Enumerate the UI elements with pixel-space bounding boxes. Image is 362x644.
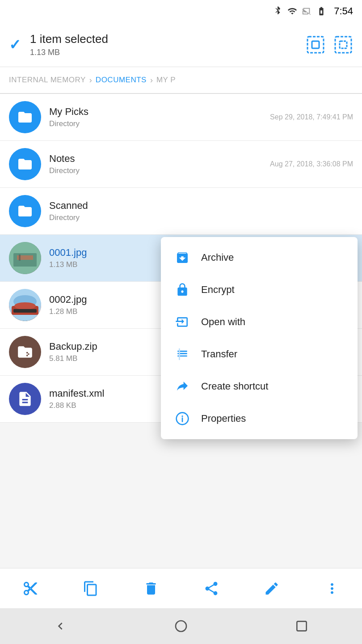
selection-title: 1 item selected	[30, 32, 297, 46]
bluetooth-icon	[273, 6, 283, 16]
status-time: 7:54	[334, 5, 353, 17]
info-icon	[174, 411, 190, 427]
home-button[interactable]	[174, 619, 188, 633]
sim-icon	[302, 6, 311, 16]
svg-point-11	[14, 302, 36, 309]
svg-rect-2	[335, 37, 351, 53]
delete-button[interactable]	[138, 575, 164, 602]
svg-rect-1	[312, 41, 319, 48]
svg-rect-7	[19, 254, 21, 261]
open-with-icon	[174, 314, 190, 330]
context-menu: Archive Encrypt Open with Transfer	[161, 237, 358, 439]
menu-item-transfer[interactable]: Transfer	[161, 338, 358, 370]
breadcrumb: INTERNAL MEMORY › DOCUMENTS › MY P	[0, 67, 362, 94]
shortcut-icon	[174, 378, 190, 394]
lock-icon	[174, 282, 190, 298]
svg-rect-3	[340, 41, 347, 48]
rename-button[interactable]	[258, 575, 285, 602]
menu-item-archive[interactable]: Archive	[161, 242, 358, 274]
menu-label-properties: Properties	[201, 413, 246, 424]
file-name-scanned: Scanned	[49, 200, 353, 212]
battery-icon	[315, 6, 328, 16]
top-bar-actions	[306, 35, 353, 55]
menu-item-open-with[interactable]: Open with	[161, 306, 358, 338]
back-button[interactable]	[53, 619, 67, 633]
menu-label-transfer: Transfer	[201, 348, 237, 360]
breadcrumb-sep-2: ›	[150, 76, 153, 85]
file-date-my-picks: Sep 29, 2018, 7:49:41 PM	[265, 113, 353, 121]
recents-button[interactable]	[295, 619, 309, 633]
file-info-my-picks: My Picks Directory	[41, 106, 265, 128]
menu-item-encrypt[interactable]: Encrypt	[161, 274, 358, 306]
copy-button[interactable]	[77, 575, 104, 602]
menu-label-create-shortcut: Create shortcut	[201, 381, 268, 392]
bottom-toolbar	[0, 568, 362, 608]
folder-icon-my-picks	[9, 101, 41, 133]
status-icons: 7:54	[273, 5, 353, 17]
menu-label-archive: Archive	[201, 252, 234, 263]
cut-button[interactable]	[17, 575, 44, 602]
thumbnail-0002	[9, 289, 41, 321]
file-info-notes: Notes Directory	[41, 153, 265, 175]
top-bar: ✓ 1 item selected 1.13 MB	[0, 22, 362, 67]
select-all-button[interactable]	[306, 35, 325, 55]
wifi-icon	[286, 6, 298, 16]
doc-icon-manifest	[9, 383, 41, 415]
breadcrumb-internal-memory[interactable]: INTERNAL MEMORY	[9, 76, 86, 85]
menu-item-properties[interactable]: Properties	[161, 402, 358, 435]
thumbnail-0001	[9, 242, 41, 274]
breadcrumb-documents[interactable]: DOCUMENTS	[96, 76, 147, 85]
file-name-my-picks: My Picks	[49, 106, 265, 118]
transfer-icon	[174, 346, 190, 362]
file-item-my-picks[interactable]: My Picks Directory Sep 29, 2018, 7:49:41…	[0, 94, 362, 141]
file-meta-notes: Directory	[49, 166, 265, 175]
file-item-notes[interactable]: Notes Directory Aug 27, 2018, 3:36:08 PM	[0, 141, 362, 188]
file-meta-scanned: Directory	[49, 213, 353, 222]
more-button[interactable]	[319, 575, 345, 602]
folder-icon-scanned	[9, 195, 41, 227]
selection-info: 1 item selected 1.13 MB	[30, 32, 297, 57]
folder-icon-notes	[9, 148, 41, 180]
selection-size: 1.13 MB	[30, 48, 297, 57]
file-meta-my-picks: Directory	[49, 119, 265, 128]
share-button[interactable]	[198, 575, 225, 602]
svg-rect-18	[297, 621, 306, 631]
archive-icon	[174, 250, 190, 266]
nav-bar	[0, 608, 362, 644]
file-name-notes: Notes	[49, 153, 265, 165]
status-bar: 7:54	[0, 0, 362, 22]
menu-item-create-shortcut[interactable]: Create shortcut	[161, 370, 358, 402]
file-info-scanned: Scanned Directory	[41, 200, 353, 222]
svg-rect-13	[179, 348, 180, 360]
breadcrumb-sep-1: ›	[89, 76, 92, 85]
menu-label-open-with: Open with	[201, 316, 245, 328]
file-item-scanned[interactable]: Scanned Directory	[0, 188, 362, 235]
svg-rect-12	[13, 309, 37, 313]
breadcrumb-myp[interactable]: MY P	[156, 76, 176, 85]
menu-label-encrypt: Encrypt	[201, 284, 235, 296]
svg-point-17	[176, 621, 186, 631]
zip-icon-backup	[9, 336, 41, 368]
file-date-notes: Aug 27, 2018, 3:36:08 PM	[265, 160, 353, 168]
check-icon: ✓	[9, 36, 21, 53]
svg-rect-0	[307, 37, 324, 53]
deselect-button[interactable]	[333, 35, 353, 55]
